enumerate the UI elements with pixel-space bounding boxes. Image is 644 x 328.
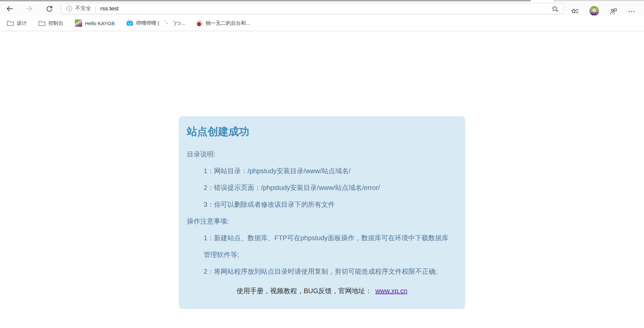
directory-note-label: 目录说明:: [187, 146, 457, 162]
official-site-link[interactable]: www.xp.cn: [375, 287, 408, 294]
refresh-button[interactable]: [45, 4, 54, 13]
info-circle-icon[interactable]: i: [66, 6, 72, 11]
bookmark-bilibili[interactable]: 哔哩哔哩 ( ゜- ゜)つ...: [125, 18, 186, 28]
success-panel: 站点创建成功 目录说明: 1：网站目录：/phpstudy安装目录/www/站点…: [179, 116, 465, 309]
bookmark-label: 控制台: [48, 20, 63, 26]
footer-text: 使用手册，视频教程，BUG反馈，官网地址：: [237, 287, 372, 294]
address-bar[interactable]: i 不安全 rss.test: [61, 3, 564, 14]
url-text[interactable]: rss.test: [100, 5, 119, 12]
list-item: 1：网站目录：/phpstudy安装目录/www/站点域名/: [204, 162, 452, 179]
footer-line: 使用手册，视频教程，BUG反馈，官网地址：www.xp.cn: [187, 282, 457, 299]
list-item: 2：错误提示页面：/phpstudy安装目录/www/站点域名/error/: [204, 179, 452, 196]
back-arrow-icon: [6, 5, 14, 13]
bookmarks-bar: 设计 控制台 Hello KAYGB 哔哩哔哩 ( ゜- ゜)つ... 独一无二…: [0, 15, 644, 31]
avatar-square-favicon: [75, 19, 82, 27]
list-item: 3：你可以删除或者修改该目录下的所有文件: [204, 196, 452, 213]
bookmark-folder-design[interactable]: 设计: [5, 18, 28, 28]
bookmark-label: 独一无二的后台和...: [206, 20, 250, 26]
bookmark-backend-site[interactable]: 独一无二的后台和...: [195, 19, 252, 28]
profile-avatar: [589, 6, 599, 16]
address-bar-divider: [95, 6, 96, 12]
favorites-bar-icon: [571, 7, 579, 15]
page-title: 站点创建成功: [187, 125, 457, 138]
browser-toolbar: i 不安全 rss.test: [0, 1, 644, 15]
folder-icon: [7, 20, 14, 26]
security-status-label: 不安全: [75, 5, 91, 12]
add-favorite-button[interactable]: [550, 4, 559, 13]
bookmark-hello-kaygb[interactable]: Hello KAYGB: [73, 18, 116, 28]
operation-notes-label: 操作注意事项:: [187, 213, 457, 229]
star-plus-icon: [551, 5, 559, 13]
forward-button[interactable]: [25, 4, 34, 13]
bookmark-folder-console[interactable]: 控制台: [37, 18, 65, 28]
bilibili-tv-icon: [126, 20, 133, 26]
list-item: 1：新建站点、数据库、FTP可在phpstudy面板操作，数据库可在环境中下载数…: [204, 229, 452, 263]
bookmark-label: 设计: [17, 20, 27, 26]
more-menu-icon: [628, 7, 636, 15]
bookmark-label: Hello KAYGB: [85, 20, 115, 26]
refresh-icon: [45, 5, 53, 13]
site-favicon: [197, 20, 203, 26]
page-content: 站点创建成功 目录说明: 1：网站目录：/phpstudy安装目录/www/站点…: [0, 31, 644, 328]
forward-arrow-icon: [25, 5, 33, 13]
feedback-person-icon: [609, 7, 618, 15]
back-button[interactable]: [5, 4, 14, 13]
list-item: 2：将网站程序放到站点目录时请使用复制，剪切可能造成程序文件权限不正确;: [204, 263, 452, 280]
bookmark-label: 哔哩哔哩 ( ゜- ゜)つ...: [136, 20, 185, 26]
folder-icon: [38, 20, 46, 26]
